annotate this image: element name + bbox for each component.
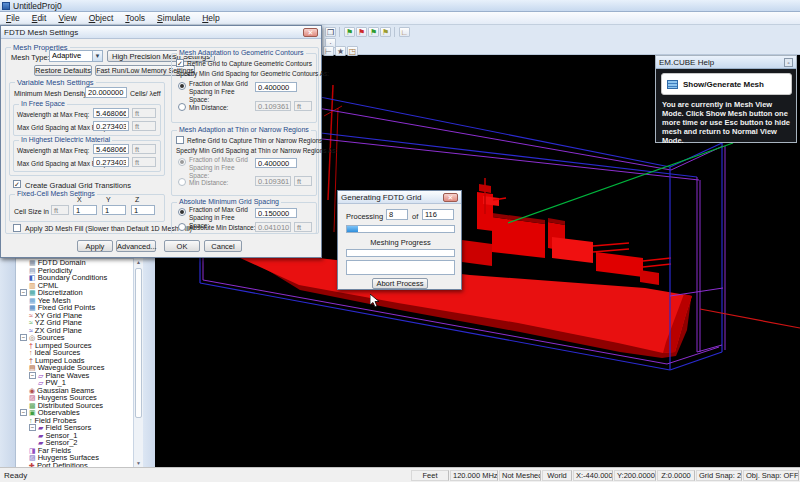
star-icon[interactable]: ★: [335, 46, 346, 56]
scroll-down-arrow-icon[interactable]: ▼: [135, 459, 142, 467]
status-segment: Y:200.0000: [614, 470, 656, 481]
menu-view[interactable]: View: [52, 13, 82, 23]
axis-z-label: Z: [135, 196, 139, 203]
scroll-up-arrow-icon[interactable]: ▲: [135, 258, 142, 266]
mesh-cube-icon[interactable]: ❒: [325, 27, 336, 37]
cell-y-input[interactable]: [102, 205, 126, 215]
tree-item-plane-waves[interactable]: −▱Plane Waves: [16, 372, 133, 380]
box-top-inner-purple: [295, 136, 699, 180]
barrel-b2: [643, 264, 671, 267]
cell-x-input[interactable]: [73, 205, 97, 215]
tree-expander-icon[interactable]: −: [20, 289, 27, 296]
meshing-progress-bar: [346, 249, 455, 257]
restore-defaults-button[interactable]: Restore Defaults: [34, 65, 92, 76]
maxgrid2-input[interactable]: [93, 157, 129, 167]
tree-scrollbar[interactable]: ▲ ▼: [133, 258, 143, 467]
cell-z-input[interactable]: [131, 205, 155, 215]
abs-fraction-input[interactable]: [255, 208, 297, 218]
mesh-dialog-titlebar[interactable]: FDTD Mesh Settings ✕: [1, 26, 321, 39]
menu-help[interactable]: Help: [196, 13, 225, 23]
menu-file[interactable]: File: [0, 13, 26, 23]
geo-fraction-input[interactable]: [255, 82, 297, 92]
tree-expander-icon[interactable]: −: [20, 409, 27, 416]
pin-icon[interactable]: ▫: [784, 58, 793, 67]
min-density-unit: Cells/ λeff: [130, 90, 161, 97]
measure-icon[interactable]: ⊢: [323, 46, 334, 56]
tree-node-icon: ▱: [38, 372, 43, 379]
flag-red-icon[interactable]: ⚑: [356, 27, 367, 37]
scroll-thumb[interactable]: [135, 268, 142, 418]
thin-fraction-radio[interactable]: [178, 158, 186, 166]
geo-fraction-label: Fraction of Max Grid Spacing in Free Spa…: [189, 80, 251, 104]
gen-dialog-titlebar[interactable]: Generating FDTD Grid ✕: [338, 191, 461, 204]
ok-button[interactable]: OK: [164, 240, 200, 252]
box-top-front-blue: [295, 92, 670, 167]
abort-process-button[interactable]: Abort Process: [372, 278, 428, 289]
flag-green-icon[interactable]: ⚑: [344, 27, 355, 37]
flag-olive-icon[interactable]: ⚑: [380, 27, 391, 37]
ship-turret-a: [552, 237, 593, 263]
close-icon[interactable]: ✕: [443, 193, 458, 202]
abs-mindist-label: Absolute Min Distance:: [189, 224, 255, 231]
gradual-transitions-checkbox[interactable]: ✓: [13, 180, 21, 188]
mesh-type-dropdown[interactable]: Adaptive ▼: [49, 50, 103, 62]
cancel-button[interactable]: Cancel: [204, 240, 242, 252]
help-panel-titlebar[interactable]: EM.CUBE Help ▫: [656, 56, 796, 69]
tree-item-boundary-conditions[interactable]: ◧Boundary Conditions: [16, 274, 133, 282]
processing-count: 8: [386, 209, 408, 220]
status-segment: Not Meshed: [499, 470, 541, 481]
tree-expander-icon[interactable]: −: [29, 372, 36, 379]
min-density-input[interactable]: [85, 87, 127, 98]
thin-refine-checkbox[interactable]: [176, 136, 184, 144]
window-titlebar[interactable]: UntitledProj0: [0, 0, 800, 12]
cell-size-unit: ft: [51, 205, 69, 215]
tree-expander-icon[interactable]: −: [29, 424, 36, 431]
thin-fraction-input[interactable]: [255, 158, 297, 168]
mesh3d-checkbox[interactable]: [13, 224, 21, 232]
grid-box-icon[interactable]: ◳: [347, 46, 358, 56]
tree-item-zx-grid-plane[interactable]: ≈ZX Grid Plane: [16, 327, 133, 335]
maxgrid-input[interactable]: [93, 121, 129, 131]
abs-fraction-radio[interactable]: [178, 208, 186, 216]
mesh3d-label: Apply 3D Mesh Fill (Slower than Default …: [25, 225, 192, 232]
thin-fraction-label: Fraction of Max Grid Spacing in Free Spa…: [189, 156, 251, 180]
maxgrid-unit: ft: [132, 121, 156, 131]
tree-expander-icon[interactable]: −: [20, 334, 27, 341]
apply-button[interactable]: Apply: [77, 240, 113, 252]
tree-item-discretization[interactable]: −▦Discretization: [16, 289, 133, 297]
tree-item-sensor-2[interactable]: ▰Sensor_2: [16, 439, 133, 447]
geo-mindist-input: 0.109361: [255, 101, 291, 111]
menu-simulate[interactable]: Simulate: [151, 13, 196, 23]
help-panel-title: EM.CUBE Help: [659, 58, 784, 67]
axes-icon[interactable]: ∟: [399, 27, 410, 37]
tree-item-fdtd-domain[interactable]: ▦FDTD Domain: [16, 259, 133, 267]
geo-refine-checkbox[interactable]: ✓: [176, 59, 184, 67]
wavelength-input[interactable]: [93, 108, 129, 118]
advanced-button[interactable]: Advanced...: [116, 240, 156, 252]
ship-superstructure: [492, 217, 545, 258]
close-icon[interactable]: ✕: [303, 28, 318, 37]
geo-mindist-radio[interactable]: [178, 103, 186, 111]
wavelength2-input[interactable]: [93, 144, 129, 154]
geo-fraction-radio[interactable]: [178, 82, 186, 90]
box-bottom-inner-p: [697, 345, 722, 352]
menu-object[interactable]: Object: [83, 13, 120, 23]
geo-specify-label: Specify Min Grid Spacing for Geometric C…: [176, 70, 329, 77]
thin-mindist-radio[interactable]: [178, 178, 186, 186]
panel-splitter[interactable]: [143, 258, 155, 467]
axis-red-line: [700, 309, 800, 328]
of-label: of: [412, 212, 418, 221]
mesh-log-listbox[interactable]: [346, 260, 455, 275]
status-segment: Feet: [411, 470, 449, 481]
mesh-settings-dialog: FDTD Mesh Settings ✕ Mesh Properties Mes…: [0, 25, 322, 258]
min-density-label: Minimum Mesh Density:: [14, 90, 89, 97]
menu-tools[interactable]: Tools: [119, 13, 151, 23]
abs-mindist-radio[interactable]: [178, 223, 186, 231]
gradual-transitions-label: Create Gradual Grid Transitions: [25, 181, 131, 190]
help-topic-card[interactable]: Show/Generate Mesh: [661, 73, 792, 95]
wavelength2-label: Wavelength at Max Freq:: [17, 147, 89, 154]
flag-green2-icon[interactable]: ⚑: [368, 27, 379, 37]
menu-edit[interactable]: Edit: [26, 13, 53, 23]
wavelength-label: Wavelength at Max Freq:: [17, 111, 89, 118]
project-tree: ▦FDTD Domain▤Periodicity◧Boundary Condit…: [16, 258, 133, 467]
